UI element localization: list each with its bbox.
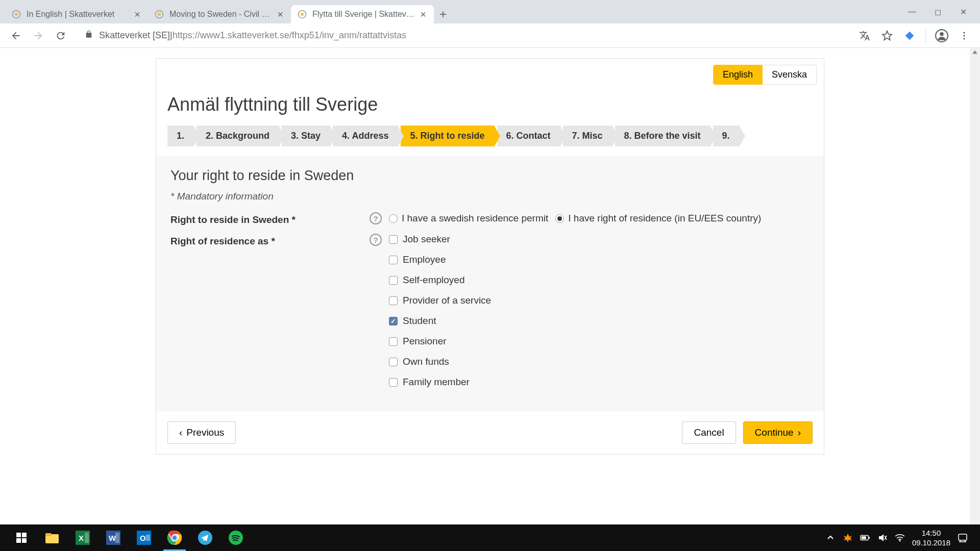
browser-tab-2[interactable]: Moving to Sweden - Civil registra × xyxy=(148,5,291,23)
maximize-icon[interactable]: ◻ xyxy=(933,7,942,16)
new-tab-button[interactable]: + xyxy=(434,5,452,23)
radio-swedish-permit[interactable]: I have a swedish residence permit xyxy=(389,213,548,224)
checkbox-list: Job seeker Employee Self-employed P xyxy=(389,234,491,388)
checkbox-student[interactable]: Student xyxy=(389,315,491,327)
checkbox-icon xyxy=(389,296,398,305)
chevron-right-icon: › xyxy=(798,427,801,438)
continue-button[interactable]: Continue › xyxy=(743,421,813,444)
taskbar-excel[interactable]: X xyxy=(67,524,98,551)
form-footer: ‹ Previous Cancel Continue › xyxy=(156,411,824,454)
svg-rect-19 xyxy=(85,533,89,543)
cancel-button[interactable]: Cancel xyxy=(682,421,736,444)
step-5-right-to-reside[interactable]: 5. Right to reside xyxy=(401,126,494,146)
bookmark-icon[interactable] xyxy=(880,29,894,42)
tab-favicon-icon xyxy=(11,9,21,19)
tab-title: Flytta till Sverige | Skatteverket xyxy=(312,10,414,19)
svg-rect-25 xyxy=(146,535,150,541)
svg-point-7 xyxy=(940,32,944,36)
svg-rect-16 xyxy=(45,533,52,536)
checkbox-provider-service[interactable]: Provider of a service xyxy=(389,295,491,306)
svg-rect-38 xyxy=(959,534,967,540)
checkbox-job-seeker[interactable]: Job seeker xyxy=(389,234,491,245)
checkbox-pensioner[interactable]: Pensioner xyxy=(389,336,491,347)
tray-chevron-icon[interactable] xyxy=(825,533,836,543)
step-4-address[interactable]: 4. Address xyxy=(333,126,398,146)
clock-date: 09.10.2018 xyxy=(912,538,950,548)
checkbox-label: Own funds xyxy=(403,356,449,367)
reload-button[interactable] xyxy=(54,29,67,42)
start-button[interactable] xyxy=(6,524,37,551)
taskbar-word[interactable]: W xyxy=(98,524,129,551)
svg-point-3 xyxy=(158,13,161,16)
svg-point-9 xyxy=(963,35,965,36)
taskbar-spotify[interactable] xyxy=(220,524,251,551)
close-icon[interactable]: × xyxy=(276,10,285,19)
checkbox-own-funds[interactable]: Own funds xyxy=(389,356,491,367)
scrollbar[interactable] xyxy=(970,48,980,524)
checkbox-employee[interactable]: Employee xyxy=(389,254,491,265)
profile-icon[interactable] xyxy=(935,29,948,42)
forward-button[interactable] xyxy=(32,29,45,42)
previous-button[interactable]: ‹ Previous xyxy=(167,421,236,444)
battery-icon[interactable] xyxy=(860,533,870,543)
button-label: Continue xyxy=(755,427,794,438)
clock-time: 14:50 xyxy=(912,528,950,538)
clock[interactable]: 14:50 09.10.2018 xyxy=(912,528,950,548)
minimize-icon[interactable]: — xyxy=(908,7,917,16)
address-bar[interactable]: Skatteverket [SE] | https://www1.skattev… xyxy=(77,27,849,45)
form-container: English Svenska Anmäl flyttning till Sve… xyxy=(156,58,824,455)
lang-svenska-button[interactable]: Svenska xyxy=(763,65,817,85)
extension-icon[interactable] xyxy=(903,29,916,42)
url-host: Skatteverket [SE] xyxy=(99,30,170,41)
checkbox-label: Student xyxy=(403,315,436,327)
taskbar-file-explorer[interactable] xyxy=(37,524,67,551)
checkbox-label: Provider of a service xyxy=(403,295,491,306)
step-3-stay[interactable]: 3. Stay xyxy=(282,126,330,146)
wifi-icon[interactable] xyxy=(895,533,905,543)
browser-toolbar: Skatteverket [SE] | https://www1.skattev… xyxy=(0,23,980,48)
svg-point-8 xyxy=(963,32,965,33)
radio-label: I have right of residence (in EU/EES cou… xyxy=(568,213,761,224)
svg-rect-34 xyxy=(862,536,866,539)
help-icon[interactable]: ? xyxy=(370,212,382,224)
svg-rect-22 xyxy=(115,533,119,543)
field-label: Right of residence as * xyxy=(170,234,370,247)
checkbox-icon xyxy=(389,317,398,325)
svg-point-37 xyxy=(899,540,900,542)
step-8-before-visit[interactable]: 8. Before the visit xyxy=(615,126,710,146)
browser-tab-3[interactable]: Flytta till Sverige | Skatteverket × xyxy=(291,5,434,23)
url-path: https://www1.skatteverket.se/fhxp51/inv_… xyxy=(173,30,406,41)
close-icon[interactable]: × xyxy=(133,10,142,19)
tray-app-icon[interactable] xyxy=(843,533,853,543)
step-9[interactable]: 9. xyxy=(713,126,739,146)
checkbox-family-member[interactable]: Family member xyxy=(389,377,491,388)
section-title: Your right to reside in Sweden xyxy=(170,168,810,184)
step-1[interactable]: 1. xyxy=(167,126,193,146)
volume-icon[interactable] xyxy=(877,533,888,543)
checkbox-self-employed[interactable]: Self-employed xyxy=(389,274,491,286)
step-6-contact[interactable]: 6. Contact xyxy=(497,126,560,146)
svg-text:O: O xyxy=(140,534,146,542)
checkbox-icon xyxy=(389,235,398,244)
checkbox-icon xyxy=(389,256,398,264)
checkbox-icon xyxy=(389,337,398,346)
taskbar-chrome[interactable] xyxy=(159,524,190,551)
browser-tab-1[interactable]: In English | Skatteverket × xyxy=(5,5,148,23)
back-button[interactable] xyxy=(9,29,22,42)
language-switcher: English Svenska xyxy=(156,59,824,89)
help-icon[interactable]: ? xyxy=(370,234,382,246)
tab-favicon-icon xyxy=(297,9,307,19)
svg-rect-13 xyxy=(16,538,21,543)
close-window-icon[interactable]: ✕ xyxy=(959,7,968,16)
step-7-misc[interactable]: 7. Misc xyxy=(563,126,612,146)
step-2-background[interactable]: 2. Background xyxy=(197,126,279,146)
close-icon[interactable]: × xyxy=(419,10,428,19)
translate-icon[interactable] xyxy=(858,29,871,42)
taskbar-telegram[interactable] xyxy=(190,524,220,551)
svg-text:W: W xyxy=(109,534,116,542)
taskbar-outlook[interactable]: O xyxy=(129,524,159,551)
notifications-icon[interactable] xyxy=(958,533,968,543)
menu-icon[interactable] xyxy=(958,29,971,42)
radio-eu-residence[interactable]: I have right of residence (in EU/EES cou… xyxy=(555,213,761,224)
lang-english-button[interactable]: English xyxy=(713,65,763,85)
